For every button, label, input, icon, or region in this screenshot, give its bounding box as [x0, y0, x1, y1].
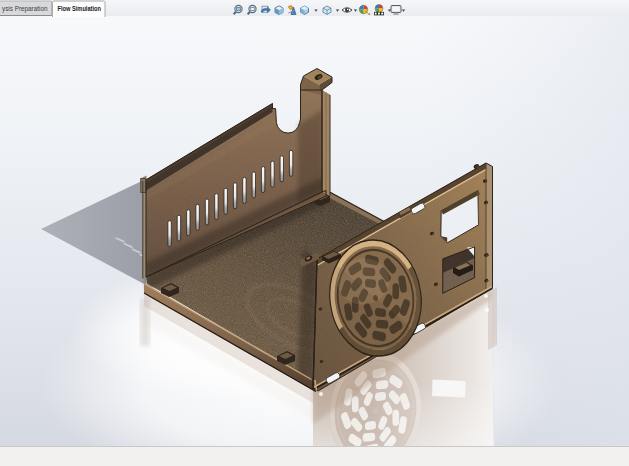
- svg-text:ysis Preparation: ysis Preparation: [2, 4, 48, 13]
- svg-text:Flow Simulation: Flow Simulation: [58, 4, 102, 13]
